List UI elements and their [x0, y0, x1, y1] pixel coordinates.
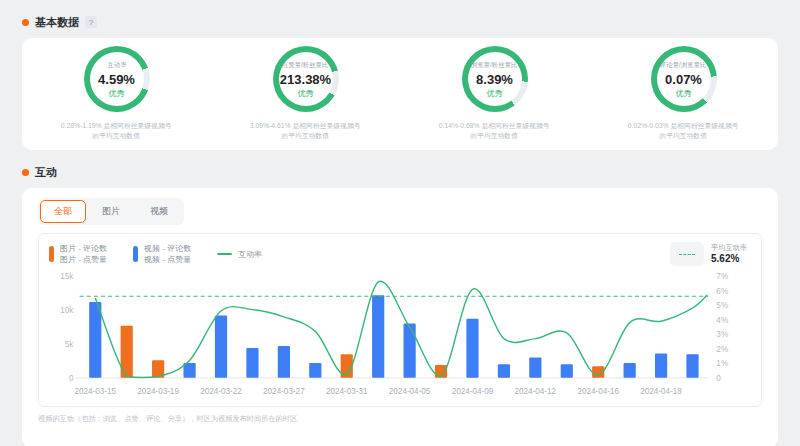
tab-video[interactable]: 视频: [136, 200, 182, 223]
svg-text:4%: 4%: [716, 316, 728, 325]
svg-text:2024-04-12: 2024-04-12: [515, 387, 557, 396]
section-dot-icon: [22, 19, 29, 26]
gauge-ring-icon: 浏览量/粉丝量比 8.39% 优秀: [462, 46, 528, 112]
interaction-section-title: 互动: [35, 165, 57, 180]
gauge-rating-badge: 优秀: [298, 88, 314, 99]
media-type-tabs: 全部 图片 视频: [38, 198, 184, 225]
svg-text:2024-04-18: 2024-04-18: [640, 387, 682, 396]
tab-image[interactable]: 图片: [88, 200, 134, 223]
average-rate-box: 平均互动率 5.62%: [670, 242, 751, 266]
gauge-rating-badge: 优秀: [487, 88, 503, 99]
interaction-section-header: 互动: [22, 162, 778, 182]
average-rate-value: 5.62%: [711, 253, 751, 266]
legend-labels: 视频 - 评论数 视频 - 点赞量: [144, 243, 191, 265]
gauge-ring-icon: 互动率 4.59% 优秀: [84, 46, 150, 112]
blue-bar-icon: [133, 246, 138, 262]
gauge-like-fans-ratio: 点赞量/粉丝量比 213.38% 优秀 3.09%-4.61% 是相同粉丝量级视…: [211, 46, 400, 150]
gauge-title: 点赞量/粉丝量比: [282, 61, 329, 70]
svg-text:2024-03-31: 2024-03-31: [326, 387, 368, 396]
basic-data-card: 互动率 4.59% 优秀 0.28%-1.19% 是相同粉丝量级视频号 的平均互…: [22, 38, 778, 150]
svg-text:2024-03-22: 2024-03-22: [200, 387, 242, 396]
gauge-value: 213.38%: [280, 72, 331, 87]
gauge-inner: 浏览量/粉丝量比 8.39% 优秀: [468, 52, 522, 106]
gauge-description: 0.14%-0.68% 是相同粉丝量级视频号 的平均互动数值: [439, 121, 550, 141]
svg-text:7%: 7%: [716, 272, 728, 281]
tab-all[interactable]: 全部: [40, 200, 86, 223]
legend-item-image[interactable]: 图片 - 评论数 图片 - 点赞量: [49, 243, 107, 265]
svg-text:2024-04-05: 2024-04-05: [389, 387, 431, 396]
gauge-description: 3.09%-4.61% 是相同粉丝量级视频号 的平均互动数值: [250, 121, 361, 141]
svg-text:2024-03-27: 2024-03-27: [263, 387, 305, 396]
svg-text:2024-03-19: 2024-03-19: [137, 387, 179, 396]
svg-text:0: 0: [69, 374, 74, 383]
svg-text:2%: 2%: [716, 345, 728, 354]
green-line-icon: [217, 253, 232, 255]
info-icon[interactable]: ?: [85, 16, 97, 28]
gauge-inner: 点赞量/粉丝量比 213.38% 优秀: [279, 52, 333, 106]
svg-text:2024-04-16: 2024-04-16: [577, 387, 619, 396]
legend-item-video[interactable]: 视频 - 评论数 视频 - 点赞量: [133, 243, 191, 265]
gauge-value: 4.59%: [98, 72, 135, 87]
gauge-rating-badge: 优秀: [676, 88, 692, 99]
interaction-chart-svg: 15k10k5k07%6%5%4%3%2%1%02024-03-152024-0…: [49, 268, 751, 402]
gauge-view-fans-ratio: 浏览量/粉丝量比 8.39% 优秀 0.14%-0.68% 是相同粉丝量级视频号…: [400, 46, 589, 150]
gauge-title: 浏览量/粉丝量比: [471, 61, 518, 70]
gauge-title: 评论量/浏览量比: [660, 61, 707, 70]
svg-text:6%: 6%: [716, 287, 728, 296]
legend-labels: 图片 - 评论数 图片 - 点赞量: [60, 243, 107, 265]
chart-legend: 图片 - 评论数 图片 - 点赞量 视频 - 评论数 视频 - 点赞量 互动率: [49, 242, 751, 266]
svg-text:2024-04-09: 2024-04-09: [452, 387, 494, 396]
svg-text:5%: 5%: [716, 301, 728, 310]
svg-text:5k: 5k: [65, 340, 75, 349]
average-rate-label: 平均互动率: [711, 243, 747, 252]
interaction-chart-panel: 图片 - 评论数 图片 - 点赞量 视频 - 评论数 视频 - 点赞量 互动率: [38, 233, 762, 407]
gauge-interaction-rate: 互动率 4.59% 优秀 0.28%-1.19% 是相同粉丝量级视频号 的平均互…: [22, 46, 211, 150]
orange-bar-icon: [49, 246, 54, 262]
dashed-line-chip: [670, 242, 704, 266]
gauge-inner: 评论量/浏览量比 0.07% 优秀: [657, 52, 711, 106]
legend-label: 互动率: [238, 249, 262, 260]
gauge-value: 0.07%: [665, 72, 702, 87]
svg-text:0: 0: [716, 374, 721, 383]
dashboard-page: 基本数据 ? 互动率 4.59% 优秀 0.28%-1.19% 是相同粉丝量级视…: [0, 0, 800, 446]
gauge-value: 8.39%: [476, 72, 513, 87]
svg-text:10k: 10k: [60, 306, 74, 315]
svg-text:1%: 1%: [716, 359, 728, 368]
gauge-description: 0.28%-1.19% 是相同粉丝量级视频号 的平均互动数值: [61, 121, 172, 141]
gauge-ring-icon: 点赞量/粉丝量比 213.38% 优秀: [273, 46, 339, 112]
gauge-rating-badge: 优秀: [109, 88, 125, 99]
gauge-inner: 互动率 4.59% 优秀: [90, 52, 144, 106]
legend-item-rate[interactable]: 互动率: [217, 249, 262, 260]
gauge-title: 互动率: [107, 61, 126, 70]
average-rate-texts: 平均互动率 5.62%: [711, 243, 751, 266]
svg-text:2024-03-15: 2024-03-15: [74, 387, 116, 396]
gauge-ring-icon: 评论量/浏览量比 0.07% 优秀: [651, 46, 717, 112]
chart-footnote: 视频的互动（包括：浏览、点赞、评论、分享），时区为视频发布时间所在的时区: [38, 414, 690, 424]
dashed-line-icon: [679, 254, 695, 255]
svg-text:3%: 3%: [716, 330, 728, 339]
svg-text:15k: 15k: [60, 272, 74, 281]
gauge-comment-view-ratio: 评论量/浏览量比 0.07% 优秀 0.02%-0.03% 是相同粉丝量级视频号…: [589, 46, 778, 150]
basic-section-title: 基本数据: [35, 15, 79, 30]
interaction-card: 全部 图片 视频 图片 - 评论数 图片 - 点赞量 视频 - 评论数 视频 -: [22, 188, 778, 446]
section-dot-icon: [22, 169, 29, 176]
basic-section-header: 基本数据 ?: [22, 12, 778, 32]
gauge-description: 0.02%-0.03% 是相同粉丝量级视频号 的平均互动数值: [628, 121, 739, 141]
